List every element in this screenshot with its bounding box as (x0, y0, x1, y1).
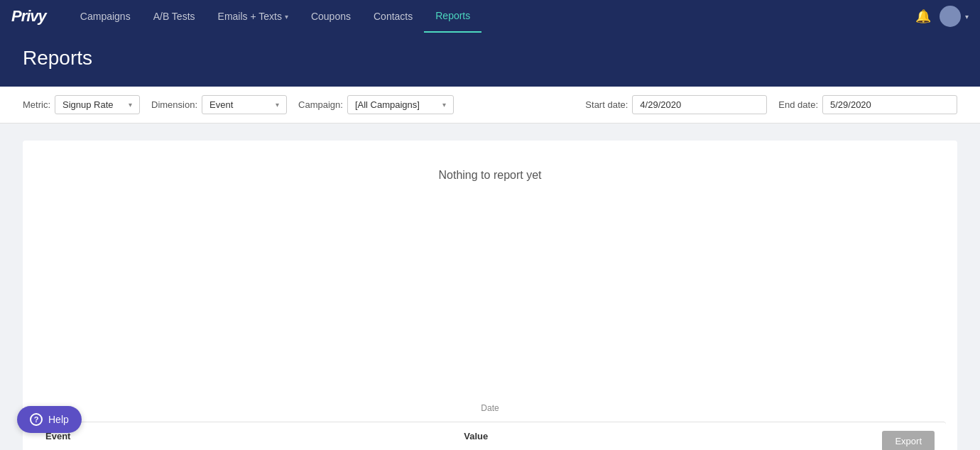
nav-contacts[interactable]: Contacts (362, 0, 424, 33)
page-header: Reports (0, 33, 980, 87)
dimension-dropdown-icon: ▾ (276, 101, 279, 109)
metric-value: Signup Rate (62, 99, 114, 110)
nav-campaigns[interactable]: Campaigns (69, 0, 142, 33)
table-col-event-header: Event (45, 431, 464, 450)
chart-date-label: Date (34, 397, 946, 422)
campaign-label: Campaign: (298, 99, 343, 110)
brand-name: Privy (11, 7, 46, 25)
filter-bar: Metric: Signup Rate ▾ Dimension: Event ▾… (0, 87, 980, 124)
metric-select[interactable]: Signup Rate ▾ (55, 95, 140, 114)
end-date-input[interactable] (822, 95, 957, 114)
account-dropdown-icon: ▾ (965, 13, 969, 21)
account-menu[interactable]: ▾ (940, 6, 969, 27)
campaign-dropdown-icon: ▾ (442, 101, 446, 109)
nav-right: 🔔 ▾ (915, 6, 969, 27)
dimension-select[interactable]: Event ▾ (202, 95, 287, 114)
dimension-filter-group: Dimension: Event ▾ (151, 95, 287, 114)
campaign-filter-group: Campaign: [All Campaigns] ▾ (298, 95, 454, 114)
metric-label: Metric: (23, 99, 50, 110)
table-col-action-header: Export (882, 431, 935, 450)
navbar: Privy Campaigns A/B Tests Emails + Texts… (0, 0, 980, 33)
table-col-value-header: Value (464, 431, 882, 450)
help-label: Help (48, 414, 69, 425)
start-date-label: Start date: (585, 99, 628, 110)
notification-bell-icon[interactable]: 🔔 (915, 9, 931, 24)
nav-coupons[interactable]: Coupons (300, 0, 362, 33)
help-icon: ? (30, 413, 43, 426)
table-header: Event Value Export (34, 422, 946, 450)
end-date-group: End date: (778, 95, 957, 114)
chart-empty-message: Nothing to report yet (34, 158, 946, 199)
nav-ab-tests[interactable]: A/B Tests (142, 0, 207, 33)
start-date-group: Start date: (585, 95, 767, 114)
metric-dropdown-icon: ▾ (129, 101, 132, 109)
nav-reports[interactable]: Reports (424, 0, 481, 33)
page-title: Reports (23, 47, 957, 70)
data-table: Event Value Export (34, 422, 946, 450)
start-date-input[interactable] (632, 95, 767, 114)
chart-container: Nothing to report yet Date Event Value E… (23, 141, 957, 450)
avatar (940, 6, 961, 27)
campaign-select[interactable]: [All Campaigns] ▾ (347, 95, 454, 114)
main-content: Nothing to report yet Date Event Value E… (0, 124, 980, 450)
dimension-value: Event (209, 99, 233, 110)
export-button[interactable]: Export (882, 431, 935, 450)
nav-emails-texts[interactable]: Emails + Texts ▾ (207, 0, 300, 33)
dimension-label: Dimension: (151, 99, 197, 110)
end-date-label: End date: (778, 99, 818, 110)
chart-area (34, 199, 946, 397)
metric-filter-group: Metric: Signup Rate ▾ (23, 95, 140, 114)
logo[interactable]: Privy (11, 7, 46, 26)
emails-texts-dropdown-icon: ▾ (285, 13, 288, 21)
nav-links: Campaigns A/B Tests Emails + Texts ▾ Cou… (69, 0, 915, 33)
campaign-value: [All Campaigns] (355, 99, 420, 110)
help-button[interactable]: ? Help (17, 406, 82, 433)
